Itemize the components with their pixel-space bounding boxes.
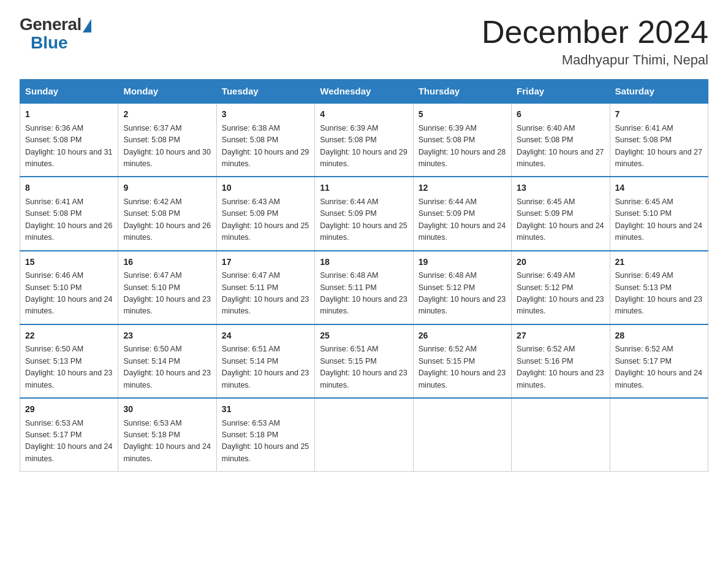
sunrise-label: Sunrise: 6:53 AM (222, 419, 280, 427)
sunrise-label: Sunrise: 6:36 AM (25, 124, 83, 132)
day-number: 15 (25, 256, 113, 269)
sunrise-label: Sunrise: 6:44 AM (320, 197, 378, 206)
sunrise-label: Sunrise: 6:53 AM (123, 419, 181, 427)
daylight-label: Daylight: 10 hours and 26 minutes. (25, 221, 112, 242)
sunset-label: Sunset: 5:14 PM (123, 357, 180, 366)
daylight-label: Daylight: 10 hours and 23 minutes. (419, 369, 506, 389)
daylight-label: Daylight: 10 hours and 25 minutes. (320, 221, 407, 242)
sunrise-label: Sunrise: 6:42 AM (123, 197, 181, 206)
page-header: General Blue December 2024 Madhyapur Thi… (20, 15, 708, 68)
sunrise-label: Sunrise: 6:41 AM (25, 197, 83, 206)
day-number: 11 (320, 182, 408, 195)
day-number: 3 (222, 108, 309, 121)
sunset-label: Sunset: 5:08 PM (517, 136, 573, 144)
sunset-label: Sunset: 5:18 PM (222, 431, 278, 439)
daylight-label: Daylight: 10 hours and 24 minutes. (419, 221, 506, 242)
daylight-label: Daylight: 10 hours and 23 minutes. (419, 295, 506, 315)
table-row: 3 Sunrise: 6:38 AM Sunset: 5:08 PM Dayli… (216, 103, 314, 177)
table-row: 11 Sunrise: 6:44 AM Sunset: 5:09 PM Dayl… (315, 177, 413, 250)
calendar-table: Sunday Monday Tuesday Wednesday Thursday… (20, 79, 708, 472)
day-number: 31 (222, 403, 309, 416)
sunset-label: Sunset: 5:08 PM (123, 136, 180, 144)
sunrise-label: Sunrise: 6:45 AM (517, 197, 575, 206)
table-row: 24 Sunrise: 6:51 AM Sunset: 5:14 PM Dayl… (216, 324, 314, 398)
table-row: 9 Sunrise: 6:42 AM Sunset: 5:08 PM Dayli… (118, 177, 216, 250)
logo: General Blue (20, 15, 91, 53)
daylight-label: Daylight: 10 hours and 23 minutes. (222, 295, 309, 315)
table-row: 1 Sunrise: 6:36 AM Sunset: 5:08 PM Dayli… (20, 103, 118, 177)
week-row-3: 15 Sunrise: 6:46 AM Sunset: 5:10 PM Dayl… (20, 251, 708, 324)
day-number: 25 (320, 329, 408, 343)
table-row: 19 Sunrise: 6:48 AM Sunset: 5:12 PM Dayl… (413, 251, 511, 324)
table-row: 13 Sunrise: 6:45 AM Sunset: 5:09 PM Dayl… (512, 177, 610, 250)
sunrise-label: Sunrise: 6:48 AM (419, 271, 477, 280)
sunrise-label: Sunrise: 6:45 AM (615, 197, 673, 206)
header-friday: Friday (512, 80, 610, 104)
sunset-label: Sunset: 5:08 PM (615, 136, 672, 144)
day-number: 8 (25, 182, 113, 195)
table-row: 30 Sunrise: 6:53 AM Sunset: 5:18 PM Dayl… (118, 398, 216, 472)
table-row: 21 Sunrise: 6:49 AM Sunset: 5:13 PM Dayl… (610, 251, 708, 324)
daylight-label: Daylight: 10 hours and 30 minutes. (123, 148, 210, 168)
sunrise-label: Sunrise: 6:53 AM (25, 419, 83, 427)
table-row (610, 398, 708, 472)
day-number: 19 (419, 256, 506, 269)
logo-blue-text: Blue (31, 33, 68, 53)
day-number: 24 (222, 329, 309, 343)
table-row: 15 Sunrise: 6:46 AM Sunset: 5:10 PM Dayl… (20, 251, 118, 324)
day-number: 7 (615, 108, 703, 121)
daylight-label: Daylight: 10 hours and 25 minutes. (222, 221, 309, 242)
day-number: 17 (222, 256, 309, 269)
daylight-label: Daylight: 10 hours and 24 minutes. (25, 442, 112, 462)
day-number: 20 (517, 256, 604, 269)
daylight-label: Daylight: 10 hours and 24 minutes. (123, 442, 210, 462)
header-tuesday: Tuesday (216, 80, 314, 104)
day-number: 27 (517, 329, 604, 343)
sunset-label: Sunset: 5:09 PM (320, 209, 376, 218)
daylight-label: Daylight: 10 hours and 29 minutes. (222, 148, 309, 168)
sunset-label: Sunset: 5:08 PM (320, 136, 376, 144)
table-row: 23 Sunrise: 6:50 AM Sunset: 5:14 PM Dayl… (118, 324, 216, 398)
daylight-label: Daylight: 10 hours and 23 minutes. (25, 369, 112, 389)
header-monday: Monday (118, 80, 216, 104)
sunrise-label: Sunrise: 6:39 AM (419, 124, 477, 132)
table-row: 7 Sunrise: 6:41 AM Sunset: 5:08 PM Dayli… (610, 103, 708, 177)
table-row: 18 Sunrise: 6:48 AM Sunset: 5:11 PM Dayl… (315, 251, 413, 324)
sunset-label: Sunset: 5:08 PM (123, 209, 180, 218)
daylight-label: Daylight: 10 hours and 31 minutes. (25, 148, 112, 168)
weekday-header-row: Sunday Monday Tuesday Wednesday Thursday… (20, 80, 708, 104)
month-title: December 2024 (482, 15, 708, 50)
sunset-label: Sunset: 5:10 PM (25, 283, 82, 292)
table-row: 5 Sunrise: 6:39 AM Sunset: 5:08 PM Dayli… (413, 103, 511, 177)
sunset-label: Sunset: 5:08 PM (419, 136, 475, 144)
day-number: 29 (25, 403, 113, 416)
header-wednesday: Wednesday (315, 80, 413, 104)
week-row-4: 22 Sunrise: 6:50 AM Sunset: 5:13 PM Dayl… (20, 324, 708, 398)
sunrise-label: Sunrise: 6:49 AM (517, 271, 575, 280)
daylight-label: Daylight: 10 hours and 23 minutes. (123, 369, 210, 389)
table-row: 20 Sunrise: 6:49 AM Sunset: 5:12 PM Dayl… (512, 251, 610, 324)
table-row: 16 Sunrise: 6:47 AM Sunset: 5:10 PM Dayl… (118, 251, 216, 324)
day-number: 2 (123, 108, 211, 121)
sunrise-label: Sunrise: 6:50 AM (25, 345, 83, 353)
table-row: 4 Sunrise: 6:39 AM Sunset: 5:08 PM Dayli… (315, 103, 413, 177)
day-number: 5 (419, 108, 506, 121)
daylight-label: Daylight: 10 hours and 24 minutes. (615, 221, 702, 242)
day-number: 1 (25, 108, 113, 121)
logo-general-text: General (20, 15, 82, 34)
sunrise-label: Sunrise: 6:40 AM (517, 124, 575, 132)
day-number: 9 (123, 182, 211, 195)
day-number: 18 (320, 256, 408, 269)
daylight-label: Daylight: 10 hours and 24 minutes. (517, 221, 604, 242)
table-row: 17 Sunrise: 6:47 AM Sunset: 5:11 PM Dayl… (216, 251, 314, 324)
table-row: 10 Sunrise: 6:43 AM Sunset: 5:09 PM Dayl… (216, 177, 314, 250)
day-number: 30 (123, 403, 211, 416)
day-number: 21 (615, 256, 703, 269)
header-sunday: Sunday (20, 80, 118, 104)
table-row: 25 Sunrise: 6:51 AM Sunset: 5:15 PM Dayl… (315, 324, 413, 398)
table-row: 22 Sunrise: 6:50 AM Sunset: 5:13 PM Dayl… (20, 324, 118, 398)
day-number: 12 (419, 182, 506, 195)
sunset-label: Sunset: 5:09 PM (419, 209, 475, 218)
sunrise-label: Sunrise: 6:52 AM (517, 345, 575, 353)
daylight-label: Daylight: 10 hours and 26 minutes. (123, 221, 210, 242)
